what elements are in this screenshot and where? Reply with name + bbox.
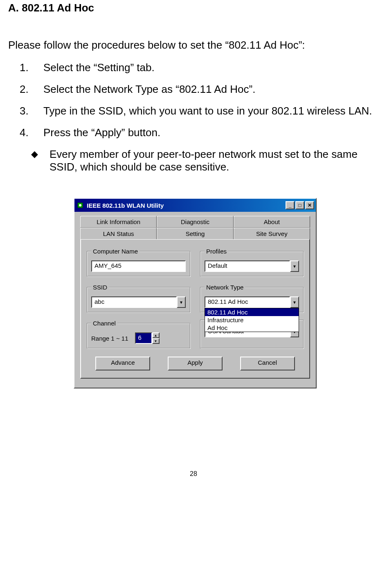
step-number: 4. bbox=[20, 126, 32, 139]
network-type-combo[interactable]: 802.11 Ad Hoc ▼ 802.11 Ad Hoc Infrastruc… bbox=[205, 296, 299, 308]
step-item: 1. Select the “Setting” tab. bbox=[20, 61, 379, 74]
tab-link-information[interactable]: Link Information bbox=[80, 216, 157, 228]
cancel-button[interactable]: Cancel bbox=[240, 357, 295, 370]
spinner-up-icon[interactable]: ▲ bbox=[152, 332, 160, 338]
window-title: IEEE 802.11b WLAN Utility bbox=[87, 202, 286, 209]
ssid-combo[interactable]: abc ▼ bbox=[91, 296, 186, 308]
network-type-option[interactable]: Ad Hoc bbox=[205, 324, 299, 332]
computer-name-group: Computer Name AMY_645 bbox=[87, 248, 190, 276]
step-number: 1. bbox=[20, 61, 32, 74]
app-icon bbox=[76, 201, 84, 209]
note-item: ◆ Every member of your peer-to-peer netw… bbox=[31, 148, 379, 173]
spinner-down-icon[interactable]: ▼ bbox=[152, 338, 160, 344]
wlan-utility-window: IEEE 802.11b WLAN Utility _ □ ✕ Link Inf… bbox=[74, 198, 317, 388]
diamond-bullet-icon: ◆ bbox=[31, 148, 38, 173]
channel-range-label: Range 1 ~ 11 bbox=[91, 335, 128, 342]
step-text: Select the “Setting” tab. bbox=[43, 61, 155, 74]
computer-name-input[interactable]: AMY_645 bbox=[91, 260, 186, 272]
maximize-button[interactable]: □ bbox=[295, 201, 304, 209]
section-heading: A. 802.11 Ad Hoc bbox=[8, 2, 379, 14]
tab-diagnostic[interactable]: Diagnostic bbox=[157, 216, 233, 228]
apply-button[interactable]: Apply bbox=[168, 357, 223, 370]
ssid-input[interactable]: abc bbox=[91, 296, 177, 308]
step-text: Press the “Apply” button. bbox=[43, 126, 160, 139]
ssid-group: SSID abc ▼ bbox=[87, 284, 190, 312]
tab-lan-status[interactable]: LAN Status bbox=[80, 228, 157, 239]
computer-name-legend: Computer Name bbox=[91, 248, 140, 255]
notes-list: ◆ Every member of your peer-to-peer netw… bbox=[31, 148, 379, 173]
step-number: 3. bbox=[20, 105, 32, 117]
tab-about[interactable]: About bbox=[234, 216, 310, 228]
tab-site-survey[interactable]: Site Survey bbox=[234, 228, 310, 239]
channel-spinner[interactable]: 6 ▲ ▼ bbox=[135, 332, 160, 344]
tab-setting[interactable]: Setting bbox=[157, 228, 233, 239]
chevron-down-icon[interactable]: ▼ bbox=[290, 296, 299, 308]
profiles-group: Profiles Default ▼ bbox=[200, 248, 304, 276]
channel-group: Channel Range 1 ~ 11 6 ▲ ▼ bbox=[87, 320, 190, 348]
network-type-group: Network Type 802.11 Ad Hoc ▼ 802.11 Ad H… bbox=[200, 284, 304, 312]
step-text: Select the Network Type as “802.11 Ad Ho… bbox=[43, 83, 255, 96]
profiles-combo[interactable]: Default ▼ bbox=[205, 260, 299, 272]
network-type-value[interactable]: 802.11 Ad Hoc bbox=[205, 296, 290, 308]
titlebar[interactable]: IEEE 802.11b WLAN Utility _ □ ✕ bbox=[74, 199, 316, 212]
network-type-legend: Network Type bbox=[205, 284, 245, 291]
channel-value[interactable]: 6 bbox=[135, 332, 152, 344]
step-number: 2. bbox=[20, 83, 32, 96]
close-button[interactable]: ✕ bbox=[305, 201, 314, 209]
network-type-option[interactable]: Infrastructure bbox=[205, 316, 299, 324]
step-item: 2. Select the Network Type as “802.11 Ad… bbox=[20, 83, 379, 96]
channel-legend: Channel bbox=[91, 320, 117, 327]
ssid-legend: SSID bbox=[91, 284, 109, 291]
button-row: Advance Apply Cancel bbox=[87, 357, 304, 370]
chevron-down-icon[interactable]: ▼ bbox=[290, 260, 299, 272]
page-number: 28 bbox=[8, 470, 379, 486]
step-item: 4. Press the “Apply” button. bbox=[20, 126, 379, 139]
network-type-option[interactable]: 802.11 Ad Hoc bbox=[205, 308, 299, 316]
step-text: Type in the SSID, which you want to use … bbox=[43, 105, 372, 117]
note-text: Every member of your peer-to-peer networ… bbox=[50, 148, 379, 173]
minimize-button[interactable]: _ bbox=[286, 201, 295, 209]
chevron-down-icon[interactable]: ▼ bbox=[177, 296, 186, 308]
tabs-row-back: Link Information Diagnostic About bbox=[80, 216, 310, 228]
profiles-value[interactable]: Default bbox=[205, 260, 290, 272]
intro-text: Please follow the procedures below to se… bbox=[8, 39, 379, 52]
step-item: 3. Type in the SSID, which you want to u… bbox=[20, 105, 379, 117]
setting-panel: Computer Name AMY_645 Profiles Default ▼… bbox=[80, 239, 310, 379]
network-type-dropdown[interactable]: 802.11 Ad Hoc Infrastructure Ad Hoc bbox=[205, 308, 299, 332]
advance-button[interactable]: Advance bbox=[95, 357, 150, 370]
profiles-legend: Profiles bbox=[205, 248, 228, 255]
svg-point-1 bbox=[79, 204, 81, 206]
steps-list: 1. Select the “Setting” tab. 2. Select t… bbox=[20, 61, 379, 139]
tabs-row-front: LAN Status Setting Site Survey bbox=[80, 228, 310, 239]
